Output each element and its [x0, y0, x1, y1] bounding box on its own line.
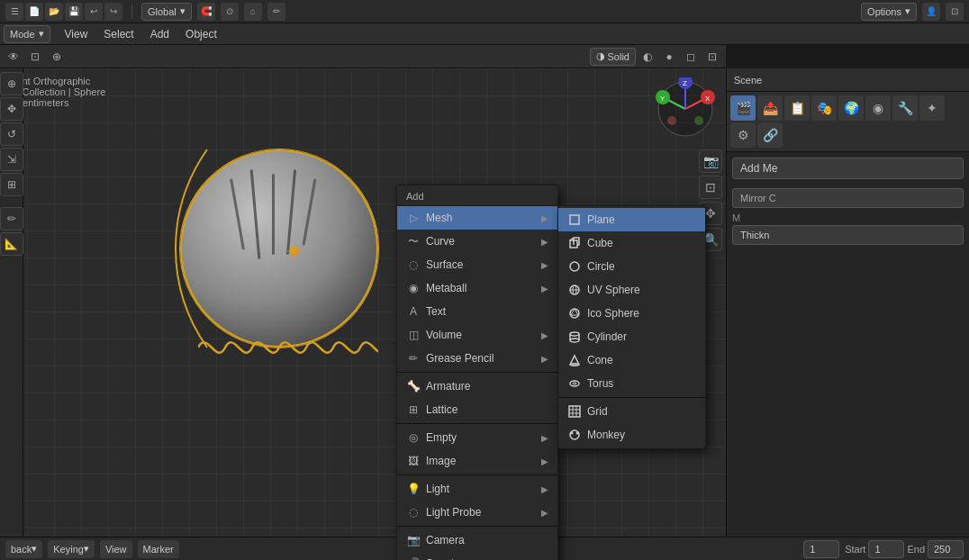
mirror-icon[interactable]: ⌂ [244, 3, 262, 21]
start-label: Start [845, 544, 865, 555]
end-frame-field[interactable]: 250 [928, 540, 964, 558]
cube-submenu-item[interactable]: Cube [558, 231, 705, 255]
separator1 [397, 372, 557, 373]
camera-view-icon[interactable]: 📷 [699, 149, 722, 173]
separator4 [397, 526, 557, 527]
scale-tool[interactable]: ⇲ [0, 148, 23, 171]
mirror-c-item[interactable]: Mirror C [732, 188, 964, 208]
metaball-menu-item[interactable]: ◉ Metaball ▶ [397, 276, 557, 300]
mesh-menu-item[interactable]: ▷ Mesh ▶ [397, 206, 557, 230]
speaker-menu-item[interactable]: 🔊 Speaker [397, 552, 557, 560]
grease-pencil-icon[interactable]: ✏ [267, 3, 285, 21]
shading-icon: ◑ [596, 50, 605, 62]
keying-button[interactable]: Keying ▾ [48, 540, 95, 558]
light-probe-menu-item[interactable]: ◌ Light Probe ▶ [397, 501, 557, 524]
light-menu-item[interactable]: 💡 Light ▶ [397, 477, 557, 501]
render-props-icon[interactable]: 🎬 [730, 95, 756, 121]
svg-point-31 [573, 383, 576, 384]
workspace-icon[interactable]: ⊡ [946, 3, 964, 21]
app-menu-icon[interactable]: ☰ [5, 3, 23, 21]
surface-menu-item[interactable]: ◌ Surface ▶ [397, 253, 557, 276]
add-me-button[interactable]: Add Me [732, 158, 964, 179]
light-icon: 💡 [406, 482, 421, 496]
cylinder-submenu-item[interactable]: Cylinder [558, 325, 705, 348]
armature-menu-item[interactable]: 🦴 Armature [397, 375, 557, 398]
back-button[interactable]: back ▾ [5, 540, 42, 558]
menu-view[interactable]: View [58, 26, 95, 42]
add-context-menu: Add ▷ Mesh ▶ 〜 Curve ▶ ◌ Surface ▶ ◉ Met… [396, 185, 558, 560]
redo-icon[interactable]: ↪ [104, 3, 122, 21]
open-icon[interactable]: 📂 [45, 3, 63, 21]
cube-label: Cube [587, 237, 613, 249]
mode-dropdown[interactable]: Mode ▾ [4, 25, 50, 43]
scene-props-icon[interactable]: 🎭 [811, 95, 837, 121]
grid-submenu-item[interactable]: Grid [558, 400, 705, 423]
volume-menu-item[interactable]: ◫ Volume ▶ [397, 323, 557, 347]
light-arrow: ▶ [541, 484, 548, 494]
move-tool[interactable]: ✥ [0, 97, 23, 121]
constraints-icon[interactable]: 🔗 [757, 122, 783, 148]
circle-submenu-item[interactable]: Circle [558, 255, 705, 278]
particle-props-icon[interactable]: ✦ [919, 95, 945, 121]
svg-rect-15 [570, 215, 579, 224]
menu-select[interactable]: Select [96, 26, 140, 42]
user-pref-icon[interactable]: 👤 [922, 3, 940, 21]
output-props-icon[interactable]: 📤 [757, 95, 783, 121]
proportional-icon[interactable]: ⊙ [221, 3, 239, 21]
viewport-shading-dropdown[interactable]: ◑ Solid [590, 48, 636, 66]
rotate-tool[interactable]: ↺ [0, 122, 23, 146]
ico-sphere-submenu-item[interactable]: Ico Sphere [558, 302, 705, 325]
physics-props-icon[interactable]: ⚙ [730, 122, 756, 148]
save-icon[interactable]: 💾 [65, 3, 83, 21]
plane-submenu-item[interactable]: Plane [558, 208, 705, 231]
camera-icon: 📷 [406, 533, 421, 547]
cone-submenu-item[interactable]: Cone [558, 348, 705, 372]
transform-dropdown[interactable]: Global ▾ [141, 3, 192, 21]
undo-icon[interactable]: ↩ [85, 3, 103, 21]
wireframe-icon[interactable]: ◻ [681, 48, 701, 66]
monkey-submenu-item[interactable]: Monkey [558, 423, 705, 447]
object-props-icon[interactable]: ◉ [865, 95, 891, 121]
world-props-icon[interactable]: 🌍 [838, 95, 864, 121]
menu-add[interactable]: Add [143, 26, 177, 42]
view-button[interactable]: View [100, 540, 132, 558]
rendered-icon[interactable]: ◐ [638, 48, 657, 66]
annotate-tool[interactable]: ✏ [0, 207, 23, 230]
text-menu-item[interactable]: A Text [397, 300, 557, 323]
thickness-field[interactable]: Thickn [732, 225, 964, 245]
viewport-shading-icon[interactable]: 👁 [4, 48, 23, 66]
lattice-menu-item[interactable]: ⊞ Lattice [397, 398, 557, 421]
xray-icon[interactable]: ⊡ [702, 48, 722, 66]
modifier-props-icon[interactable]: 🔧 [892, 95, 918, 121]
start-frame-field[interactable]: 1 [868, 540, 904, 558]
keying-arrow: ▾ [84, 543, 89, 555]
material-icon[interactable]: ● [659, 48, 679, 66]
snap-icon[interactable]: 🧲 [197, 3, 215, 21]
grease-pencil-menu-item[interactable]: ✏ Grease Pencil ▶ [397, 347, 557, 370]
options-dropdown[interactable]: Options ▾ [861, 3, 917, 21]
torus-submenu-item[interactable]: Torus [558, 372, 705, 395]
uv-sphere-submenu-item[interactable]: UV Sphere [558, 278, 705, 302]
marker-button[interactable]: Marker [138, 540, 179, 558]
camera-menu-item[interactable]: 📷 Camera [397, 528, 557, 552]
menu-object[interactable]: Object [178, 26, 224, 42]
current-frame-field[interactable]: 1 [803, 540, 839, 558]
new-icon[interactable]: 📄 [25, 3, 43, 21]
viewport-gizmo[interactable]: X Y Z [654, 77, 717, 140]
view-layer-icon[interactable]: 📋 [784, 95, 810, 121]
back-label: back [11, 544, 32, 555]
cursor-tool[interactable]: ⊕ [0, 72, 23, 95]
measure-tool[interactable]: 📐 [0, 232, 23, 256]
orthographic-icon[interactable]: ⊡ [699, 176, 722, 199]
app-icon-group: ☰ 📄 📂 💾 ↩ ↪ [5, 3, 122, 21]
viewport-overlay-icon[interactable]: ⊡ [25, 48, 45, 66]
empty-menu-item[interactable]: ◎ Empty ▶ [397, 426, 557, 449]
lattice-label: Lattice [426, 403, 457, 416]
curve-menu-item[interactable]: 〜 Curve ▶ [397, 230, 557, 253]
viewport-gizmo-icon[interactable]: ⊕ [47, 48, 67, 66]
frame-range: Start 1 End 250 [845, 540, 964, 558]
viewport-header: 👁 ⊡ ⊕ ◑ Solid ◐ ● ◻ ⊡ [0, 45, 726, 68]
transform-tool[interactable]: ⊞ [0, 173, 23, 196]
transform-arrow: ▾ [180, 5, 186, 17]
image-menu-item[interactable]: 🖼 Image ▶ [397, 449, 557, 473]
